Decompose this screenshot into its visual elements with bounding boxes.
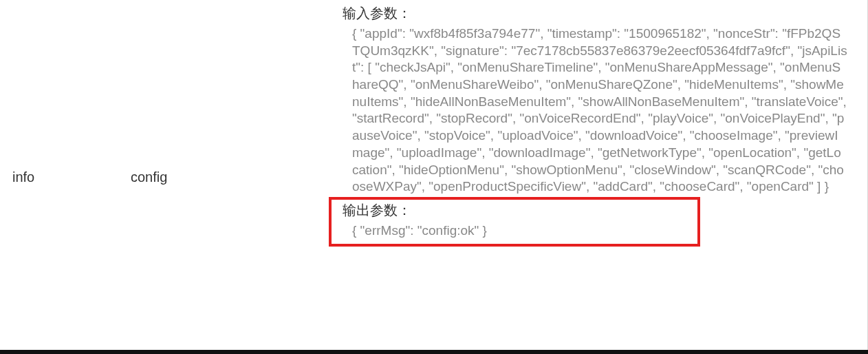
params-column: 输入参数： { "appId": "wxf8b4f85f3a794e77", "… bbox=[330, 0, 868, 354]
input-heading: 输入参数： bbox=[343, 4, 861, 23]
level-label: info bbox=[12, 169, 34, 185]
level-column: info bbox=[0, 0, 124, 354]
output-heading: 输出参数： bbox=[343, 201, 861, 220]
input-json: { "appId": "wxf8b4f85f3a794e77", "timest… bbox=[343, 25, 861, 196]
output-section: 输出参数： { "errMsg": "config:ok" } bbox=[343, 201, 861, 240]
output-json: { "errMsg": "config:ok" } bbox=[343, 222, 861, 240]
method-label: config bbox=[131, 169, 167, 185]
bottom-bar bbox=[0, 350, 868, 354]
log-row: info config 输入参数： { "appId": "wxf8b4f85f… bbox=[0, 0, 868, 354]
method-column: config bbox=[124, 0, 330, 354]
